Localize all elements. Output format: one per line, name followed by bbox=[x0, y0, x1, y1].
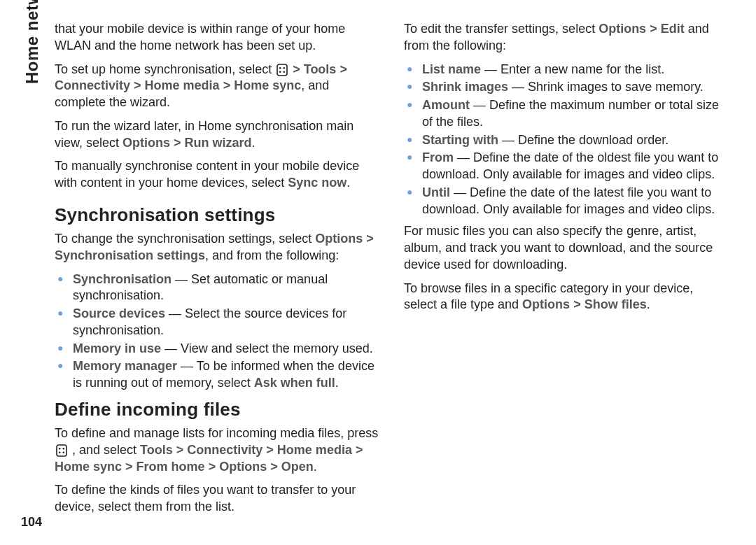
menu-path-item: Open bbox=[281, 460, 314, 474]
menu-path-item: From home bbox=[136, 460, 205, 474]
list-item-term: From bbox=[422, 150, 454, 164]
list-item: Synchronisation — Set automatic or manua… bbox=[57, 271, 379, 305]
menu-path-item: Show files bbox=[584, 297, 647, 311]
svg-point-1 bbox=[279, 67, 281, 69]
menu-path-item: Tools bbox=[140, 443, 173, 457]
text: . bbox=[314, 460, 317, 474]
path-separator: > bbox=[356, 443, 363, 457]
menu-path-item: Options bbox=[219, 460, 267, 474]
paragraph: To run the wizard later, in Home synchro… bbox=[55, 118, 379, 152]
paragraph: To define the kinds of files you want to… bbox=[55, 482, 379, 516]
menu-path-item: Options bbox=[522, 297, 570, 311]
home-key-icon bbox=[276, 64, 288, 76]
paragraph: To browse files in a specific category i… bbox=[404, 281, 728, 314]
svg-point-6 bbox=[59, 448, 61, 450]
heading-define-incoming: Define incoming files bbox=[55, 397, 379, 421]
text: To set up home synchronisation, select bbox=[55, 62, 275, 76]
list-item-desc: View and select the memory used. bbox=[181, 341, 373, 355]
list-item: List name — Enter a new name for the lis… bbox=[407, 62, 728, 78]
svg-point-9 bbox=[63, 452, 65, 454]
list-item-term: Memory in use bbox=[73, 341, 161, 355]
list-item-term: Until bbox=[422, 185, 450, 199]
svg-point-7 bbox=[63, 448, 65, 450]
list-item-term: Amount bbox=[422, 98, 470, 112]
svg-point-8 bbox=[59, 452, 61, 454]
text: . bbox=[346, 176, 350, 190]
list-item-term: List name bbox=[422, 62, 481, 76]
path-separator: > bbox=[650, 22, 657, 36]
list-item: From — Define the date of the oldest fil… bbox=[407, 150, 728, 183]
menu-path-item: Edit bbox=[661, 22, 685, 36]
list-item-term: Memory manager bbox=[73, 359, 177, 373]
path-separator: > bbox=[134, 78, 141, 92]
menu-path-item: Connectivity bbox=[187, 443, 262, 457]
path-separator: > bbox=[176, 443, 184, 457]
menu-path-item: Home media bbox=[145, 78, 220, 92]
menu-path-item: Sync now bbox=[288, 176, 346, 190]
text: , and from the following: bbox=[205, 248, 339, 262]
path-separator: > bbox=[293, 62, 300, 76]
path-separator: > bbox=[266, 443, 274, 457]
path-separator: > bbox=[270, 460, 278, 474]
path-separator: > bbox=[340, 62, 347, 76]
paragraph: To manually synchronise content in your … bbox=[55, 158, 379, 192]
list-item: Until — Define the date of the latest fi… bbox=[407, 185, 728, 218]
menu-path-item: Options bbox=[122, 136, 170, 150]
text: To define and manage lists for incoming … bbox=[55, 426, 378, 440]
list-item-desc: Enter a new name for the list. bbox=[500, 62, 664, 76]
list-item-bold: Ask when full bbox=[254, 376, 335, 390]
menu-path-item: Home sync bbox=[55, 460, 122, 474]
path-separator: > bbox=[209, 460, 216, 474]
text: . bbox=[647, 297, 650, 311]
menu-path-item: Run wizard bbox=[185, 136, 252, 150]
list-item: Memory manager — To be informed when the… bbox=[57, 358, 379, 392]
menu-path-item: Tools bbox=[304, 62, 337, 76]
menu-path-item: Options bbox=[315, 232, 363, 246]
path-separator: > bbox=[125, 460, 133, 474]
text: , and select bbox=[69, 443, 140, 457]
list-item-desc: Shrink images to save memory. bbox=[528, 80, 704, 94]
paragraph: To set up home synchronisation, select >… bbox=[55, 62, 379, 111]
svg-rect-5 bbox=[57, 445, 66, 456]
list-item-term: Synchronisation bbox=[73, 272, 172, 286]
paragraph: To change the synchronisation settings, … bbox=[55, 231, 379, 264]
list-item-term: Shrink images bbox=[422, 80, 508, 94]
menu-path-item: Home sync bbox=[234, 78, 301, 92]
list-item-term: Source devices bbox=[73, 306, 165, 320]
menu-path-item: Connectivity bbox=[55, 78, 130, 92]
list-item-desc: Define the download order. bbox=[518, 133, 668, 147]
menu-path-item: Home media bbox=[277, 443, 352, 457]
paragraph: To define and manage lists for incoming … bbox=[55, 425, 379, 475]
text: To change the synchronisation settings, … bbox=[55, 232, 315, 246]
heading-sync-settings: Synchronisation settings bbox=[55, 203, 379, 227]
paragraph: that your mobile device is within range … bbox=[55, 21, 379, 55]
list-item: Starting with — Define the download orde… bbox=[407, 132, 728, 149]
text: . bbox=[335, 376, 339, 390]
svg-point-3 bbox=[279, 71, 281, 73]
sync-settings-list: Synchronisation — Set automatic or manua… bbox=[55, 271, 379, 392]
list-item: Memory in use — View and select the memo… bbox=[57, 341, 379, 358]
path-separator: > bbox=[366, 232, 374, 246]
path-separator: > bbox=[573, 297, 581, 311]
list-item-desc: Define the date of the latest file you w… bbox=[422, 185, 715, 216]
home-key-icon bbox=[56, 444, 67, 457]
svg-rect-0 bbox=[277, 64, 287, 76]
incoming-files-list: List name — Enter a new name for the lis… bbox=[404, 62, 728, 218]
path-separator: > bbox=[223, 78, 231, 92]
text: . bbox=[252, 136, 255, 150]
paragraph: For music files you can also specify the… bbox=[404, 223, 728, 273]
svg-point-2 bbox=[284, 67, 286, 69]
list-item: Amount — Define the maximum number or to… bbox=[407, 97, 728, 131]
list-item-term: Starting with bbox=[422, 133, 498, 147]
page-body: that your mobile device is within range … bbox=[0, 0, 756, 545]
list-item-desc: Define the date of the oldest file you w… bbox=[422, 150, 718, 181]
list-item: Shrink images — Shrink images to save me… bbox=[407, 79, 728, 96]
menu-path-item: Options bbox=[598, 22, 646, 36]
list-item: Source devices — Select the source devic… bbox=[57, 306, 379, 339]
svg-point-4 bbox=[284, 71, 286, 73]
path-separator: > bbox=[174, 136, 181, 150]
text: To edit the transfer settings, select bbox=[404, 22, 598, 36]
paragraph: To edit the transfer settings, select Op… bbox=[404, 21, 728, 55]
menu-path-item: Synchronisation settings bbox=[55, 248, 205, 262]
